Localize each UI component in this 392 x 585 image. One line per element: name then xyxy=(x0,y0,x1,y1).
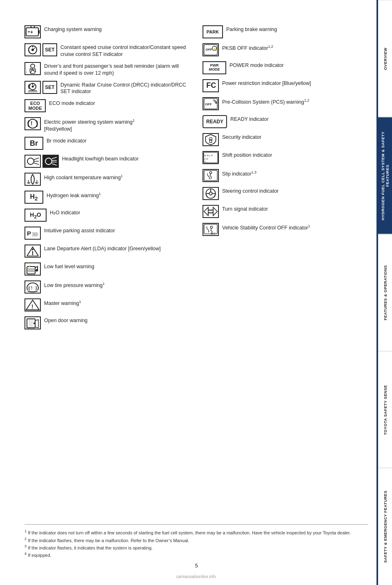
main-content: + Charging system warning xyxy=(0,0,376,585)
right-column: PARK Parking brake warning OFF ⭐ xyxy=(203,24,368,512)
cruise-icon xyxy=(24,43,41,56)
svg-point-66 xyxy=(210,226,212,228)
cruise-icons: SET xyxy=(24,43,57,56)
svg-text:F...: F... xyxy=(205,160,207,163)
ready-icon: READY xyxy=(203,115,227,128)
pcs-text: Pre-Collision System (PCS) warning1,2 xyxy=(222,97,368,106)
list-item: ECOMODE ECO mode indicator xyxy=(24,98,190,114)
seatbelt-text: Driver’s and front passenger’s seat belt… xyxy=(44,62,190,77)
svg-text:⚡: ⚡ xyxy=(28,264,31,268)
list-item: H2 Hydrogen leak warning1 xyxy=(24,190,190,205)
charging-icon: + xyxy=(24,25,41,38)
svg-text:P: P xyxy=(27,230,31,237)
turn-signal-text: Turn signal indicator xyxy=(222,205,368,213)
pcs-icon: OFF xyxy=(203,97,219,110)
list-item: Headlight low/high beam indicator xyxy=(24,154,190,169)
list-item: PARK Parking brake warning xyxy=(203,24,368,40)
tire-pressure-text: Low tire pressure warning1 xyxy=(44,280,190,289)
eps-text: Electric power steering system warning1 … xyxy=(44,117,190,133)
svg-rect-35 xyxy=(36,269,38,271)
master-warning-icon: ! xyxy=(24,298,41,311)
power-restrict-text: Power restriction indicator [Blue/yellow… xyxy=(222,79,368,87)
h2-text: Hydrogen leak warning1 xyxy=(47,191,190,199)
list-item: Open door warning xyxy=(24,316,190,331)
power-mode-icon: PWRMODE xyxy=(203,61,226,74)
list-item: ! Master warning1 xyxy=(24,298,190,313)
eco-icon: ECOMODE xyxy=(24,99,46,112)
drcc-icon xyxy=(24,81,41,94)
svg-point-20 xyxy=(27,158,34,165)
list-item: PWRMODE POWER mode indicator xyxy=(203,60,368,76)
turn-signal-icon xyxy=(203,205,219,218)
svg-text:OFF: OFF xyxy=(211,232,216,235)
svg-text:!: ! xyxy=(26,71,27,74)
drcc-text: Dynamic Radar Cruise Control (DRCC) indi… xyxy=(60,81,190,96)
list-item: Slip indicator1,3 xyxy=(203,168,368,184)
footnote-1: 1 If the indicator does not turn off wit… xyxy=(24,529,368,536)
list-item: R N L P 2 D F... Shift position indicato… xyxy=(203,150,368,166)
master-warning-text: Master warning1 xyxy=(44,298,190,307)
pksb-icon: OFF ⭐ xyxy=(203,43,219,56)
svg-text:!: ! xyxy=(31,286,32,290)
footnote-3: 3 If the indicator flashes, it indicates… xyxy=(24,544,368,551)
steering-text: Steering control indicator xyxy=(222,187,368,195)
svg-point-10 xyxy=(31,64,35,68)
br-text: Br mode indicator xyxy=(47,137,190,145)
list-item: Lane Departure Alert (LDA) indicator [Gr… xyxy=(24,244,190,259)
svg-line-23 xyxy=(34,163,39,165)
svg-text:!: ! xyxy=(31,303,33,310)
list-item: ! Electric power steering system warning… xyxy=(24,116,190,133)
lda-text: Lane Departure Alert (LDA) indicator [Gr… xyxy=(44,245,190,252)
h2o-text: H₂O indicator xyxy=(50,209,190,216)
security-icon xyxy=(203,133,219,146)
list-item: OFF Pre-Collision System (PCS) warning1,… xyxy=(203,96,368,112)
steering-icon xyxy=(203,187,219,200)
park-brake-text: Parking brake warning xyxy=(226,25,368,33)
list-item: Security indicator xyxy=(203,132,368,148)
svg-rect-42 xyxy=(29,319,33,328)
svg-line-25 xyxy=(52,157,57,159)
left-column: + Charging system warning xyxy=(24,24,190,512)
svg-rect-34 xyxy=(28,268,34,272)
list-item: OFF ⭐ PKSB OFF indicator1,2 xyxy=(203,42,368,58)
headlight-icons xyxy=(24,155,59,168)
svg-text:R N L P: R N L P xyxy=(205,154,213,157)
footnotes: 1 If the indicator does not turn off wit… xyxy=(24,524,368,558)
sidebar-safety: SAFETY & EMERGENCY FEATURES xyxy=(378,468,392,585)
charging-text: Charging system warning xyxy=(44,25,190,33)
page-wrapper: + Charging system warning xyxy=(0,0,392,585)
ready-text: READY indicator xyxy=(230,115,368,123)
slip-icon xyxy=(203,169,219,182)
eco-text: ECO mode indicator xyxy=(49,99,190,107)
vsc-icon: OFF xyxy=(203,223,219,236)
coolant-text: High coolant temperature warning1 xyxy=(44,173,190,181)
list-item: OFF Vehicle Stability Control OFF indica… xyxy=(203,222,368,238)
sidebar-hfcs: HYDROGEN FUEL CELL SYSTEM & SAFETY FEATU… xyxy=(378,117,392,234)
tire-pressure-icon: ! xyxy=(24,280,41,294)
eps-icon: ! xyxy=(24,117,41,130)
h2-icon: H2 xyxy=(24,191,43,204)
svg-rect-1 xyxy=(38,30,40,33)
svg-text:)))): )))) xyxy=(32,232,38,236)
power-restrict-icon: FC xyxy=(203,79,219,92)
svg-text:2 D: 2 D xyxy=(205,158,209,160)
columns-area: + Charging system warning xyxy=(24,24,368,512)
cruise-text: Constant speed cruise control indicator/… xyxy=(60,43,190,58)
svg-line-21 xyxy=(34,158,39,160)
svg-text:OFF: OFF xyxy=(205,102,212,106)
svg-line-28 xyxy=(52,164,57,165)
svg-marker-64 xyxy=(208,207,217,216)
list-item: SET Constant speed cruise control indica… xyxy=(24,42,190,59)
svg-text:⭐: ⭐ xyxy=(213,47,216,51)
shift-text: Shift position indicator xyxy=(222,151,368,159)
pksb-text: PKSB OFF indicator1,2 xyxy=(222,43,368,52)
sidebar-overview: OVERVIEW xyxy=(378,0,392,117)
seatbelt-icon: ! xyxy=(24,62,41,75)
set-box: SET xyxy=(42,43,57,56)
headlight-high-icon xyxy=(42,155,59,168)
br-icon: Br xyxy=(24,137,43,150)
svg-point-32 xyxy=(32,249,33,250)
list-item: Steering control indicator xyxy=(203,186,368,202)
slip-text: Slip indicator1,3 xyxy=(222,169,368,178)
list-item: Turn signal indicator xyxy=(203,204,368,220)
